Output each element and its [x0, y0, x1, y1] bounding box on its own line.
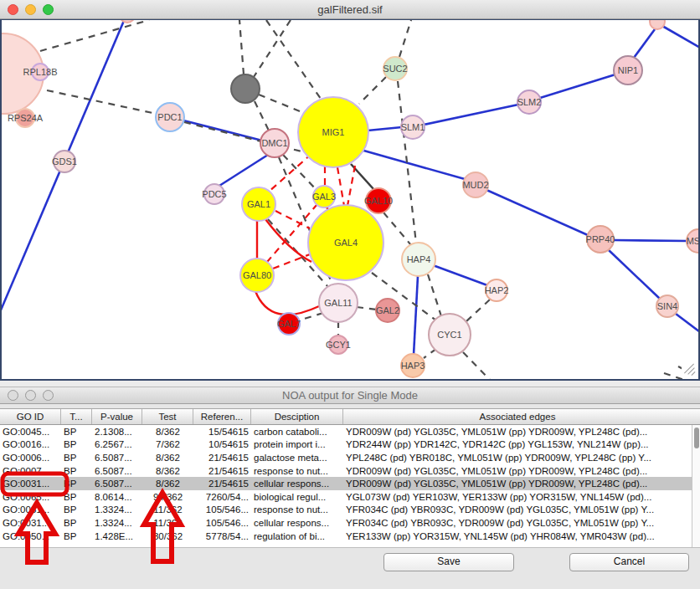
cell-desc: galactose meta... — [251, 453, 343, 463]
cell-edges: YDR244W (pp) YDR142C, YDR142C (pp) YGL15… — [343, 439, 692, 449]
table-row[interactable]: GO:0065...BP8.0614...94/3627260/54...bio… — [0, 490, 692, 504]
zoom-button[interactable] — [43, 390, 54, 401]
cell-p: 8.0614... — [92, 492, 142, 502]
table-row[interactable]: GO:0016...BP6.2567...7/36210/54615protei… — [0, 438, 692, 452]
table-row[interactable]: GO:0031...BP1.3324...11/362105/546...cel… — [0, 516, 692, 530]
node-label-GAL1: GAL1 — [247, 199, 270, 209]
network-edge-dashed[interactable] — [259, 95, 300, 111]
cell-edges: YGL073W (pd) YER103W, YER133W (pp) YOR31… — [343, 492, 692, 502]
cell-ref: 105/546... — [193, 504, 251, 515]
vertical-scrollbar[interactable] — [692, 425, 700, 547]
table-header-row: GO IDT...P-valueTestReferen...Desciption… — [0, 409, 700, 425]
cell-p: 6.5087... — [92, 479, 142, 489]
noa-window-title: NOA output for Single Mode — [0, 389, 700, 402]
scrollbar-thumb[interactable] — [694, 428, 699, 448]
network-node[interactable] — [650, 20, 665, 29]
cell-go: GO:0031... — [0, 479, 61, 489]
table-row[interactable]: GO:0007...BP6.5087...8/36221/54615respon… — [0, 464, 692, 478]
network-edge-blue[interactable] — [540, 74, 615, 98]
network-edge-blue[interactable] — [361, 150, 465, 179]
network-edge-blue[interactable] — [424, 105, 518, 125]
close-button[interactable] — [8, 4, 18, 15]
cell-ref: 21/54615 — [193, 453, 251, 463]
close-button[interactable] — [8, 390, 18, 401]
minimize-button[interactable] — [25, 4, 36, 15]
network-edge-red[interactable] — [255, 291, 319, 315]
cell-p: 2.1308... — [92, 427, 142, 437]
network-edge-dashed[interactable] — [466, 300, 490, 321]
network-edge-blue[interactable] — [414, 276, 418, 355]
network-edge-reddash[interactable] — [337, 167, 344, 206]
cell-test: 8/362 — [142, 453, 193, 463]
table-row[interactable]: GO:0045...BP2.1308...8/36215/54615carbon… — [0, 425, 692, 438]
network-edge-blue[interactable] — [433, 265, 487, 285]
node-label-PRP40: PRP40 — [586, 234, 615, 244]
node-label-GAL7: GAL7 — [277, 319, 301, 329]
network-edge-blue[interactable] — [614, 240, 687, 241]
cell-test: 8/362 — [142, 427, 193, 437]
cell-ref: 21/54615 — [193, 479, 251, 489]
node-label-PDC5: PDC5 — [202, 189, 226, 199]
network-node[interactable] — [231, 74, 260, 103]
cell-go: GO:0016... — [0, 439, 61, 449]
cell-p: 6.5087... — [92, 453, 142, 463]
column-header-pvalue[interactable]: P-value — [92, 409, 142, 424]
network-edge-dashed[interactable] — [383, 213, 411, 245]
network-edge-dashed[interactable] — [398, 81, 416, 243]
network-edge-dashed[interactable] — [399, 20, 411, 57]
network-edge-blue[interactable] — [219, 155, 268, 186]
cell-type: BP — [61, 518, 92, 528]
network-edge-dashed[interactable] — [357, 307, 377, 310]
resize-grip-icon[interactable] — [682, 366, 697, 377]
network-canvas[interactable]: RPL18BRPS24AGDS1PDC1DMC1MIG1SUC2SLM1SLM2… — [0, 18, 700, 381]
table-row[interactable]: GO:0031...BP1.3324...11/362105/546...res… — [0, 504, 692, 517]
network-titlebar[interactable]: galFiltered.sif — [0, 0, 700, 19]
network-edge-dashed[interactable] — [40, 20, 149, 51]
network-edge-dashed[interactable] — [428, 274, 441, 316]
cell-desc: cellular respons... — [251, 518, 343, 528]
node-label-GAL2: GAL2 — [376, 305, 399, 315]
network-edge-dashed[interactable] — [47, 90, 157, 114]
cell-type: BP — [61, 439, 92, 449]
cell-p: 1.428E... — [92, 531, 142, 541]
cell-ref: 10/54615 — [193, 439, 251, 449]
network-edge-blue[interactable] — [486, 190, 588, 235]
network-edge-dashed[interactable] — [255, 101, 269, 131]
network-edge-dashed[interactable] — [359, 77, 386, 104]
network-edge-dashed[interactable] — [254, 20, 291, 77]
node-label-SUC2: SUC2 — [383, 64, 407, 74]
noa-titlebar[interactable]: NOA output for Single Mode — [0, 387, 700, 404]
save-button[interactable]: Save — [383, 553, 514, 571]
network-edge-blue[interactable] — [662, 26, 698, 48]
table-row[interactable]: GO:0006...BP6.5087...8/36221/54615galact… — [0, 451, 692, 464]
cancel-button[interactable]: Cancel — [569, 553, 689, 571]
network-edge-dashed[interactable] — [299, 313, 323, 320]
network-edge-reddash[interactable] — [347, 166, 355, 206]
column-header-associatededges[interactable]: Associated edges — [343, 409, 692, 424]
network-edge-blue[interactable] — [368, 127, 402, 131]
minimize-button[interactable] — [25, 390, 36, 401]
column-header-test[interactable]: Test — [142, 409, 193, 424]
network-edge-dashed[interactable] — [424, 349, 436, 358]
network-node[interactable] — [120, 20, 135, 23]
column-header-referen[interactable]: Referen... — [193, 409, 251, 424]
network-edge-blue[interactable] — [183, 120, 262, 141]
zoom-button[interactable] — [43, 4, 54, 15]
column-header-t[interactable]: T... — [61, 409, 92, 424]
column-header-goid[interactable]: GO ID — [0, 409, 61, 424]
column-header-desciption[interactable]: Desciption — [251, 409, 343, 424]
node-label-CYC1: CYC1 — [437, 330, 461, 340]
network-edge-blue[interactable] — [634, 29, 655, 58]
table-row[interactable]: GO:0050...BP1.428E...80/3625778/54...reg… — [0, 530, 692, 543]
table-row-selected[interactable]: GO:0031...BP6.5087...8/36221/54615cellul… — [0, 477, 692, 490]
node-label-SLM2: SLM2 — [517, 97, 542, 107]
node-label-NIP1: NIP1 — [618, 65, 638, 75]
network-edge-dashed[interactable] — [266, 20, 321, 99]
network-edge-dashed[interactable] — [239, 20, 244, 74]
network-edge-dashed[interactable] — [463, 352, 491, 379]
network-edge-blue[interactable] — [676, 314, 698, 332]
cell-edges: YFR034C (pd) YBR093C, YDR009W (pd) YGL03… — [343, 504, 692, 515]
network-edge-red[interactable] — [265, 219, 311, 262]
network-edge-blue[interactable] — [609, 250, 660, 299]
node-label-GAL3: GAL3 — [312, 192, 336, 202]
